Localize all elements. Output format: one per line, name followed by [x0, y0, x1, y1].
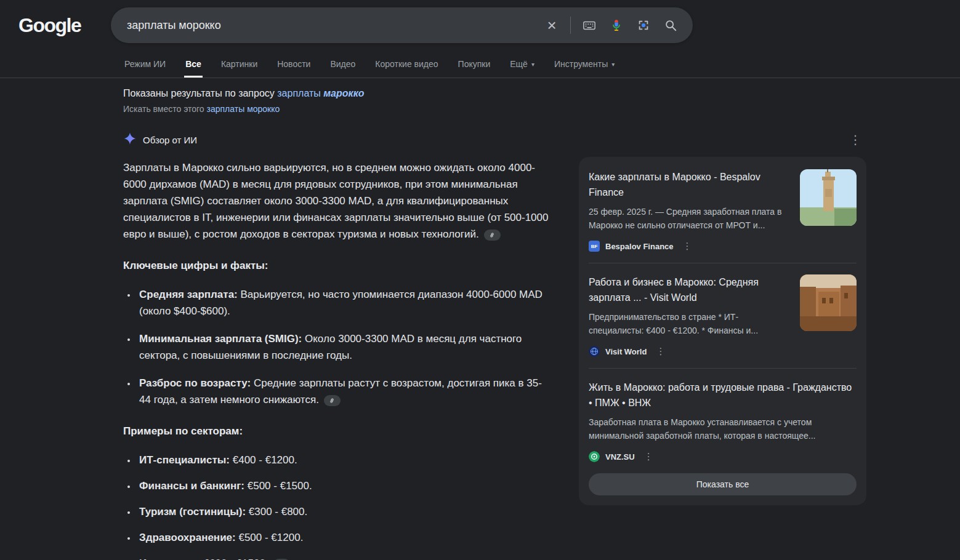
- tabs-row: Режим ИИ Все Картинки Новости Видео Коро…: [123, 49, 960, 78]
- source-name: Visit World: [605, 347, 647, 356]
- clear-icon[interactable]: ×: [541, 14, 563, 36]
- showing-results-line: Показаны результаты по запросу зарплаты …: [123, 88, 960, 99]
- fact-term: Средняя зарплата:: [139, 289, 238, 300]
- search-instead-line: Искать вместо этого зарплаты морокко: [123, 104, 960, 114]
- sector-desc: €500 - €1200.: [238, 532, 303, 543]
- list-item: Финансы и банкинг: €500 - €1500.: [137, 478, 552, 494]
- fact-term: Минимальная зарплата (SMIG):: [139, 333, 302, 345]
- source-attribution: VNZ.SU ⋮: [589, 451, 857, 462]
- more-options-icon[interactable]: ⋮: [680, 241, 695, 252]
- tab-ai-mode[interactable]: Режим ИИ: [123, 49, 167, 78]
- source-card-main: Работа и бизнес в Марокко: Средняя зарпл…: [589, 274, 790, 337]
- keyboard-icon[interactable]: [578, 14, 600, 36]
- corrected-query-emphasis: марокко: [323, 88, 364, 98]
- ai-sparkle-icon: [123, 132, 137, 148]
- tab-shopping[interactable]: Покупки: [457, 49, 492, 78]
- visit-world-favicon: [589, 346, 600, 357]
- more-options-icon[interactable]: ⋮: [653, 346, 668, 357]
- tab-label: Новости: [277, 59, 310, 69]
- source-title[interactable]: Какие зарплаты в Марокко - Bespalov Fina…: [589, 169, 790, 200]
- search-icon[interactable]: [659, 14, 682, 36]
- source-snippet: Предпринимательство в стране * ИТ-специа…: [589, 310, 790, 337]
- list-item: Здравоохранение: €500 - €1200.: [137, 529, 552, 546]
- source-title[interactable]: Жить в Марокко: работа и трудовые права …: [589, 380, 857, 410]
- list-item: Инженерия: €600 - €1500.: [137, 555, 552, 560]
- lens-icon[interactable]: [632, 14, 655, 36]
- tab-label: Покупки: [458, 59, 491, 69]
- divider: [589, 263, 857, 263]
- source-card-main: Жить в Марокко: работа и трудовые права …: [589, 380, 857, 442]
- source-thumbnail[interactable]: [800, 274, 857, 331]
- source-link-chip[interactable]: [324, 395, 341, 406]
- sector-desc: €400 - €1200.: [233, 454, 297, 466]
- source-name: VNZ.SU: [605, 452, 635, 462]
- source-card-top: Какие зарплаты в Марокко - Bespalov Fina…: [589, 169, 857, 232]
- tab-label: Видео: [330, 59, 355, 69]
- source-card[interactable]: Работа и бизнес в Марокко: Средняя зарпл…: [589, 274, 857, 357]
- divider: [589, 368, 857, 369]
- sectors-list: ИТ-специалисты: €400 - €1200. Финансы и …: [123, 452, 552, 560]
- sources-panel: Какие зарплаты в Марокко - Bespalov Fina…: [579, 157, 866, 505]
- tab-more[interactable]: Ещё▾: [509, 49, 536, 78]
- tab-news[interactable]: Новости: [276, 49, 312, 78]
- more-options-icon[interactable]: ⋮: [642, 451, 656, 462]
- source-title[interactable]: Работа и бизнес в Марокко: Средняя зарпл…: [589, 274, 790, 305]
- source-link-chip[interactable]: [484, 230, 501, 241]
- source-thumbnail[interactable]: [800, 169, 857, 226]
- sector-term: Финансы и банкинг:: [139, 480, 244, 492]
- tab-label: Ещё: [510, 59, 528, 69]
- more-options-icon[interactable]: ⋮: [844, 131, 866, 148]
- search-input[interactable]: [127, 19, 541, 32]
- chevron-down-icon: ▾: [531, 61, 534, 68]
- source-name: Bespalov Finance: [605, 242, 674, 251]
- tab-label: Все: [185, 59, 201, 69]
- source-card-top: Работа и бизнес в Марокко: Средняя зарпл…: [589, 274, 857, 337]
- list-item: ИТ-специалисты: €400 - €1200.: [137, 452, 552, 468]
- tab-label: Режим ИИ: [124, 59, 166, 69]
- tab-label: Инструменты: [554, 59, 608, 69]
- source-card[interactable]: Жить в Марокко: работа и трудовые права …: [589, 380, 857, 462]
- sectors-heading: Примеры по секторам:: [123, 423, 552, 439]
- list-item: Разброс по возрасту: Средние зарплаты ра…: [137, 375, 552, 408]
- sector-term: Здравоохранение:: [139, 532, 236, 543]
- chevron-down-icon: ▾: [611, 61, 615, 68]
- google-logo[interactable]: Google: [18, 14, 111, 37]
- ai-overview-label: Обзор от ИИ: [143, 135, 197, 145]
- source-card[interactable]: Какие зарплаты в Марокко - Bespalov Fina…: [589, 169, 857, 252]
- list-item: Средняя зарплата: Варьируется, но часто …: [137, 286, 552, 319]
- ai-intro-text: Зарплаты в Марокко сильно варьируются, н…: [123, 162, 548, 240]
- sector-term: Туризм (гостиницы):: [139, 506, 246, 518]
- sector-desc: €300 - €800.: [249, 506, 307, 518]
- page: Google × Режим ИИ: [0, 0, 960, 560]
- show-all-button[interactable]: Показать все: [589, 473, 857, 495]
- source-card-top: Жить в Марокко: работа и трудовые права …: [589, 380, 857, 442]
- tab-videos[interactable]: Видео: [329, 49, 357, 78]
- mic-icon[interactable]: [605, 14, 627, 36]
- spell-prefix: Показаны результаты по запросу: [123, 88, 275, 98]
- sector-term: Инженерия:: [139, 558, 201, 560]
- list-item: Минимальная зарплата (SMIG): Около 3000-…: [137, 330, 552, 364]
- ai-overview-header: Обзор от ИИ ⋮: [123, 131, 866, 148]
- ai-overview-text: Зарплаты в Марокко сильно варьируются, н…: [123, 157, 552, 560]
- corrected-query-link[interactable]: зарплаты марокко: [277, 88, 364, 98]
- ai-overview-body: Зарплаты в Марокко сильно варьируются, н…: [123, 157, 866, 560]
- sector-desc: €600 - €1500.: [204, 558, 268, 560]
- facts-list: Средняя зарплата: Варьируется, но часто …: [123, 286, 552, 408]
- tab-images[interactable]: Картинки: [220, 49, 259, 78]
- divider: [570, 17, 571, 34]
- tab-all[interactable]: Все: [184, 49, 203, 78]
- source-snippet: Заработная плата в Марокко устанавливает…: [589, 415, 857, 442]
- list-item: Туризм (гостиницы): €300 - €800.: [137, 503, 552, 520]
- ai-intro-paragraph: Зарплаты в Марокко сильно варьируются, н…: [123, 159, 552, 242]
- tab-tools[interactable]: Инструменты▾: [553, 49, 616, 78]
- bespalov-finance-favicon: BF: [589, 241, 600, 252]
- search-bar-icons: ×: [541, 14, 682, 36]
- tab-short-videos[interactable]: Короткие видео: [374, 49, 439, 78]
- vnz-su-favicon: [589, 451, 600, 462]
- original-query-link[interactable]: зарплаты морокко: [207, 104, 280, 114]
- search-instead-label: Искать вместо этого: [123, 104, 204, 114]
- source-snippet: 25 февр. 2025 г. — Средняя заработная пл…: [589, 205, 790, 232]
- ai-overview: Обзор от ИИ ⋮ Зарплаты в Марокко сильно …: [123, 131, 866, 560]
- tab-label: Картинки: [221, 59, 257, 69]
- source-attribution: BF Bespalov Finance ⋮: [589, 241, 857, 252]
